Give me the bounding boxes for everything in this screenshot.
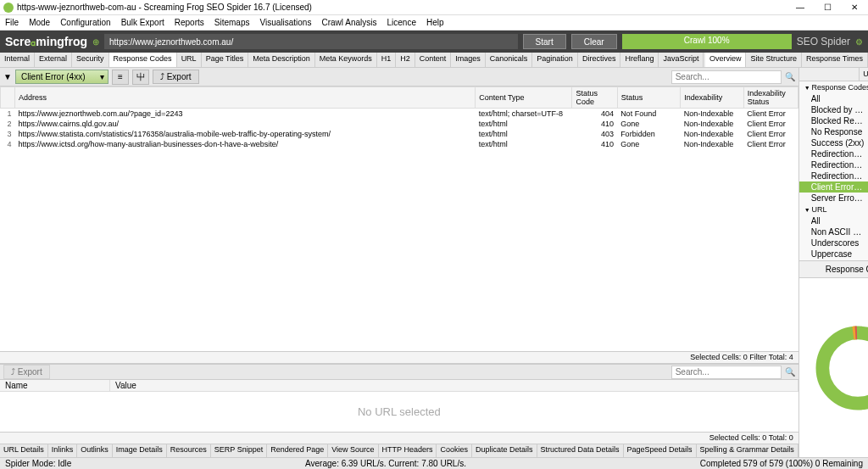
- dtab-image-details[interactable]: Image Details: [113, 444, 167, 457]
- table-row[interactable]: 3https://www.statista.com/statistics/117…: [1, 129, 798, 139]
- dtab-pagespeed-details[interactable]: PageSpeed Details: [624, 444, 697, 457]
- menu-mode[interactable]: Mode: [29, 18, 50, 27]
- rp-row[interactable]: Blocked Resourcei00%: [799, 115, 868, 126]
- col-name[interactable]: Name: [0, 380, 110, 391]
- dtab-rendered-page[interactable]: Rendered Page: [267, 444, 328, 457]
- rp-row[interactable]: All456100%: [799, 215, 868, 226]
- rp-row[interactable]: Redirection (Met...00%: [799, 170, 868, 181]
- lower-search-input[interactable]: [671, 366, 782, 379]
- crawl-progress: Crawl 100%: [622, 34, 792, 49]
- menu-file[interactable]: File: [5, 18, 19, 27]
- dtab-url-details[interactable]: URL Details: [0, 444, 48, 457]
- menubar: FileModeConfigurationBulk ExportReportsS…: [0, 15, 868, 31]
- tab-images[interactable]: Images: [451, 53, 486, 67]
- dtab-spelling-&-grammar-details[interactable]: Spelling & Grammar Details: [697, 444, 798, 457]
- menu-help[interactable]: Help: [426, 18, 444, 27]
- results-table[interactable]: AddressContent TypeStatus CodeStatusInde…: [0, 87, 798, 351]
- table-row[interactable]: 2https://www.cairns.qld.gov.au/text/html…: [1, 119, 798, 129]
- dtab-resources[interactable]: Resources: [167, 444, 211, 457]
- export-button[interactable]: ⤴ Export: [153, 70, 199, 84]
- window-title: https-www-jeznorthweb-com-au - Screaming…: [17, 3, 312, 12]
- close-button[interactable]: ✕: [844, 1, 865, 14]
- tab-internal[interactable]: Internal: [0, 53, 35, 67]
- dtab-cookies[interactable]: Cookies: [437, 444, 472, 457]
- lower-export-button[interactable]: ⤴ Export: [3, 365, 50, 379]
- rp-row[interactable]: Success (2xx)56597.58%: [799, 137, 868, 148]
- statusbar: Spider Mode: Idle Average: 6.39 URL/s. C…: [0, 457, 868, 469]
- table-row[interactable]: 1https://www.jeznorthweb.com.au/?page_id…: [1, 109, 798, 120]
- tab-javascript[interactable]: JavaScript: [659, 53, 704, 67]
- dtab-inlinks[interactable]: Inlinks: [48, 444, 78, 457]
- rp-row[interactable]: Non ASCII Char...30.66%: [799, 226, 868, 237]
- tab-external[interactable]: External: [35, 53, 72, 67]
- rp-row[interactable]: Underscores10.22%: [799, 237, 868, 248]
- globe-icon: ⊕: [92, 37, 99, 47]
- col-status-code[interactable]: Status Code: [572, 87, 617, 109]
- tab-response-codes[interactable]: Response Codes: [109, 53, 177, 67]
- tab-canonicals[interactable]: Canonicals: [486, 53, 533, 67]
- tab-pagination[interactable]: Pagination: [532, 53, 578, 67]
- rp-row[interactable]: Redirection (3xx)61.04%: [799, 148, 868, 159]
- tab-directives[interactable]: Directives: [578, 53, 621, 67]
- rp-row[interactable]: Server Error (5xx)00%: [799, 193, 868, 204]
- col-address[interactable]: Address: [15, 87, 476, 109]
- clear-button[interactable]: Clear: [571, 34, 617, 49]
- tab-url[interactable]: URL: [177, 53, 202, 67]
- overview-header: URLs% of ...: [799, 68, 868, 81]
- rp-section-response-codes[interactable]: Response Codes: [799, 81, 868, 93]
- tab-content[interactable]: Content: [415, 53, 452, 67]
- dtab-outlinks[interactable]: Outlinks: [77, 444, 113, 457]
- rp-row[interactable]: No Response30.52%: [799, 126, 868, 137]
- tab-meta-keywords[interactable]: Meta Keywords: [315, 53, 377, 67]
- rtab-site-structure[interactable]: Site Structure: [746, 53, 802, 67]
- rp-row[interactable]: Client Error (4xx)40.69%: [799, 181, 868, 193]
- tab-hreflang[interactable]: Hreflang: [620, 53, 659, 67]
- col-content-type[interactable]: Content Type: [476, 87, 572, 109]
- rp-row[interactable]: All579100%: [799, 93, 868, 104]
- search-icon[interactable]: 🔍: [785, 367, 795, 377]
- start-button[interactable]: Start: [523, 34, 566, 49]
- settings-icon[interactable]: ⚙: [855, 37, 863, 47]
- rtab-response-times[interactable]: Response Times: [802, 53, 868, 67]
- list-view-icon[interactable]: ≡: [112, 70, 129, 85]
- filter-dropdown[interactable]: Client Error (4xx) ▾: [15, 70, 108, 84]
- menu-bulk-export[interactable]: Bulk Export: [121, 18, 164, 27]
- overview-panel: URLs% of ... Response CodesAll579100%Blo…: [798, 68, 868, 457]
- maximize-button[interactable]: ☐: [817, 1, 837, 14]
- col-indexability[interactable]: Indexability: [681, 87, 744, 109]
- tab-h2[interactable]: H2: [396, 53, 415, 67]
- tab-page-titles[interactable]: Page Titles: [202, 53, 249, 67]
- dtab-structured-data-details[interactable]: Structured Data Details: [537, 444, 624, 457]
- menu-sitemaps[interactable]: Sitemaps: [214, 18, 250, 27]
- menu-crawl-analysis[interactable]: Crawl Analysis: [321, 18, 376, 27]
- filter-label: ▼: [3, 72, 12, 81]
- table-search-input[interactable]: [671, 70, 782, 84]
- rtab-overview[interactable]: Overview: [705, 53, 747, 67]
- dtab-serp-snippet[interactable]: SERP Snippet: [211, 444, 267, 457]
- tree-view-icon[interactable]: ⼬: [132, 70, 149, 85]
- menu-reports[interactable]: Reports: [175, 18, 204, 27]
- menu-visualisations[interactable]: Visualisations: [259, 18, 311, 27]
- table-row[interactable]: 4https://www.ictsd.org/how-many-australi…: [1, 139, 798, 149]
- rp-row[interactable]: Redirection (Jav...00%: [799, 159, 868, 170]
- col-value[interactable]: Value: [110, 380, 798, 391]
- dtab-view-source[interactable]: View Source: [328, 444, 378, 457]
- col-status[interactable]: Status: [617, 87, 681, 109]
- dtab-duplicate-details[interactable]: Duplicate Details: [472, 444, 537, 457]
- main-tabbar: InternalExternalSecurityResponse CodesUR…: [0, 53, 868, 68]
- url-input[interactable]: [104, 34, 518, 49]
- tab-meta-description[interactable]: Meta Description: [248, 53, 315, 67]
- tab-security[interactable]: Security: [72, 53, 109, 67]
- brandbar: Screɑmingfrog ⊕ Start Clear Crawl 100% S…: [0, 31, 868, 53]
- tab-h1[interactable]: H1: [377, 53, 397, 67]
- search-icon[interactable]: 🔍: [785, 72, 795, 81]
- menu-configuration[interactable]: Configuration: [60, 18, 110, 27]
- minimize-button[interactable]: —: [790, 1, 810, 14]
- col-indexability-status[interactable]: Indexability Status: [743, 87, 798, 109]
- rp-row[interactable]: Uppercase00%: [799, 248, 868, 260]
- dtab-http-headers[interactable]: HTTP Headers: [379, 444, 437, 457]
- rp-section-url[interactable]: URL: [799, 204, 868, 215]
- menu-licence[interactable]: Licence: [387, 18, 415, 27]
- rp-row[interactable]: Blocked by Rob...10.17%: [799, 104, 868, 115]
- seo-spider-label: SEO Spider: [797, 36, 850, 47]
